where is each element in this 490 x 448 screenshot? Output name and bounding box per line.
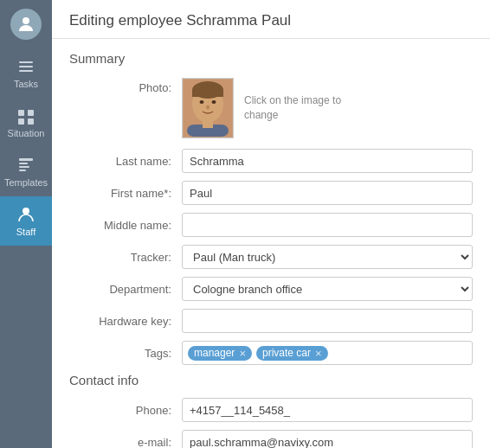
phone-row: Phone: [69, 398, 473, 422]
svg-rect-3 [19, 70, 33, 72]
phone-field [182, 398, 473, 422]
department-label: Department: [69, 283, 182, 296]
email-row: e-mail: [69, 430, 473, 448]
middle-name-field [182, 213, 473, 237]
tag-private-car-close[interactable]: × [315, 347, 322, 360]
employee-photo [184, 80, 232, 137]
hardware-key-input[interactable] [182, 309, 473, 333]
svg-rect-10 [19, 166, 29, 168]
department-select[interactable]: Cologne branch office [182, 277, 473, 301]
last-name-label: Last name: [69, 155, 182, 168]
svg-point-0 [23, 17, 29, 24]
svg-rect-1 [19, 61, 33, 63]
svg-rect-6 [18, 118, 24, 125]
svg-rect-9 [19, 163, 28, 164]
tags-label: Tags: [69, 347, 182, 360]
hardware-key-field [182, 309, 473, 333]
tracker-select[interactable]: Paul (Man truck) [182, 245, 473, 269]
photo-container: Click on the image to change [182, 78, 348, 138]
svg-rect-4 [18, 110, 24, 116]
phone-input[interactable] [182, 398, 473, 422]
department-field: Cologne branch office [182, 277, 473, 301]
middle-name-row: Middle name: [69, 213, 473, 237]
contact-section-title: Contact info [69, 373, 473, 387]
photo-label: Photo: [69, 78, 182, 94]
templates-icon [16, 156, 35, 175]
tasks-icon [16, 57, 35, 76]
email-field [182, 430, 473, 448]
svg-point-17 [200, 100, 204, 104]
tags-field: manager × private car × [182, 341, 473, 365]
staff-icon [16, 205, 35, 224]
tag-manager-label: manager [194, 347, 235, 359]
sidebar-item-situation-label: Situation [8, 128, 45, 138]
sidebar-item-templates-label: Templates [4, 177, 48, 188]
department-row: Department: Cologne branch office [69, 277, 473, 301]
first-name-input[interactable] [182, 181, 473, 205]
user-avatar-area [0, 0, 52, 48]
email-input[interactable] [182, 430, 473, 448]
last-name-field [182, 149, 473, 173]
sidebar-item-staff[interactable]: Staff [0, 196, 52, 246]
summary-section-title: Summary [69, 51, 473, 66]
svg-point-12 [23, 208, 29, 214]
last-name-input[interactable] [182, 149, 473, 173]
first-name-field [182, 181, 473, 205]
middle-name-label: Middle name: [69, 219, 182, 232]
sidebar-item-templates[interactable]: Templates [0, 147, 52, 196]
sidebar-item-tasks-label: Tasks [14, 79, 38, 89]
svg-rect-21 [203, 119, 213, 128]
page-title: Editing employee Schramma Paul [52, 0, 490, 39]
svg-rect-5 [28, 110, 34, 116]
email-label: e-mail: [69, 436, 182, 449]
svg-rect-7 [28, 118, 34, 125]
situation-icon [16, 106, 35, 125]
first-name-row: First name*: [69, 181, 473, 205]
sidebar-item-tasks[interactable]: Tasks [0, 48, 52, 98]
photo-row: Photo: [69, 78, 473, 138]
photo-image[interactable] [182, 78, 234, 138]
hardware-key-label: Hardware key: [69, 315, 182, 328]
tags-container[interactable]: manager × private car × [182, 341, 473, 365]
tag-private-car: private car × [256, 346, 328, 361]
avatar-icon [16, 14, 36, 35]
photo-hint: Click on the image to change [244, 93, 348, 123]
svg-rect-8 [19, 158, 33, 161]
tags-row: Tags: manager × private car × [69, 341, 473, 365]
tag-manager-close[interactable]: × [239, 347, 246, 360]
sidebar-item-staff-label: Staff [16, 227, 35, 237]
middle-name-input[interactable] [182, 213, 473, 237]
avatar [10, 9, 42, 40]
tracker-label: Tracker: [69, 251, 182, 264]
svg-point-18 [212, 100, 216, 104]
phone-label: Phone: [69, 404, 182, 417]
hardware-key-row: Hardware key: [69, 309, 473, 333]
tag-private-car-label: private car [262, 347, 311, 359]
sidebar: Tasks Situation Templates Staff [0, 0, 52, 448]
tracker-row: Tracker: Paul (Man truck) [69, 245, 473, 269]
svg-point-19 [206, 106, 210, 110]
main-content: Editing employee Schramma Paul Summary P… [52, 0, 490, 448]
sidebar-item-situation[interactable]: Situation [0, 98, 52, 147]
content-area: Summary Photo: [52, 39, 490, 448]
last-name-row: Last name: [69, 149, 473, 173]
svg-rect-2 [19, 66, 33, 67]
tag-manager: manager × [188, 346, 252, 361]
svg-rect-11 [19, 170, 26, 171]
svg-rect-16 [192, 90, 223, 97]
tracker-field: Paul (Man truck) [182, 245, 473, 269]
first-name-label: First name*: [69, 187, 182, 200]
